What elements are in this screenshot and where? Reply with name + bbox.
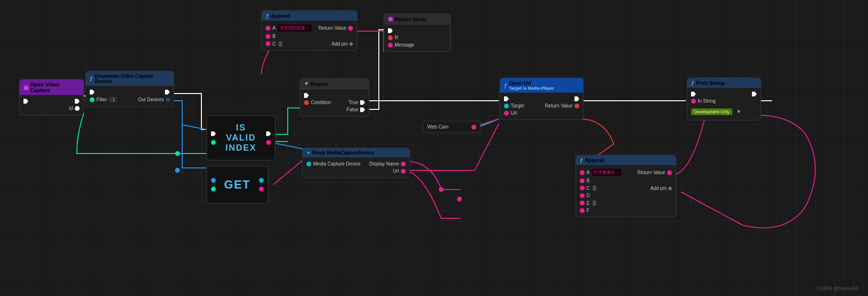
node-header: ƒ Append xyxy=(262,11,357,21)
print-string-node: ƒ Print String In String Development Onl… xyxy=(687,78,761,120)
svg-point-3 xyxy=(175,168,180,173)
in-string-pin xyxy=(691,99,696,104)
exec-out-pin xyxy=(575,96,579,101)
exec-out-pin xyxy=(75,99,80,104)
web-cam-node: Web Cam xyxy=(423,121,481,133)
open-url-node: ƒ Open Url Target is Media Player Target… xyxy=(500,78,584,120)
exec-in-pin xyxy=(90,90,94,95)
node-title: Return Node xyxy=(395,16,426,22)
true-pin xyxy=(360,100,365,105)
return-pin xyxy=(575,104,579,108)
id-label: Id xyxy=(69,106,73,111)
node-header: ▣ Return Node xyxy=(384,14,450,24)
index-in-pin xyxy=(211,140,216,145)
c-pin xyxy=(580,186,585,190)
device-pin xyxy=(306,162,311,166)
append-bottom-node: ƒ Append A 打开摄像头： Return Value B C [] xyxy=(575,155,676,217)
func-icon: ƒ xyxy=(504,83,507,88)
get-node: GET xyxy=(206,166,269,204)
exec-in-pin xyxy=(211,131,216,136)
node-header: ▣ Open Video Capture xyxy=(20,80,83,95)
exec-out-pin xyxy=(165,90,170,95)
e-pin xyxy=(580,201,585,205)
node-header: ƒ Open Url Target is Media Player xyxy=(500,78,583,93)
watermark: CSDN @foenix66 xyxy=(817,285,858,291)
node-label: IS VALIDINDEX xyxy=(216,119,266,157)
exec-out-pin xyxy=(752,92,757,96)
node-header: ƒ Print String xyxy=(687,78,761,88)
svg-point-5 xyxy=(457,197,462,201)
node-label: GET xyxy=(216,174,258,195)
open-video-capture-node: ▣ Open Video Capture Id xyxy=(19,79,84,115)
node-header: ✦ Break MediaCaptureDevice xyxy=(303,148,410,157)
item-out-pin xyxy=(259,178,264,183)
condition-pin xyxy=(304,100,309,105)
result-pin xyxy=(266,140,271,145)
svg-point-4 xyxy=(439,187,444,192)
url-pin xyxy=(504,111,509,116)
is-valid-index-node: IS VALIDINDEX xyxy=(206,115,276,161)
node-title: Append xyxy=(585,157,604,163)
branch-node: ✦ Branch Condition True False xyxy=(300,78,369,117)
node-title: Branch xyxy=(310,81,328,87)
node-title: Open Video Capture xyxy=(30,82,80,93)
exec-in-pin xyxy=(304,93,309,98)
exec-in-pin xyxy=(388,28,393,33)
message-pin xyxy=(388,43,393,47)
exec-out-pin xyxy=(266,131,271,136)
target-pin xyxy=(504,104,509,108)
node-title: Append xyxy=(270,13,290,19)
b-pin xyxy=(580,178,585,183)
r-pin xyxy=(388,36,393,40)
display-name-pin xyxy=(401,162,406,166)
func-icon: ƒ xyxy=(691,80,694,86)
url-pin xyxy=(401,169,406,174)
node-title: Enumerate Video Capture Devices xyxy=(94,73,170,84)
f-pin xyxy=(580,208,585,213)
return-node: ▣ Return Node R Message xyxy=(384,13,451,52)
array-in-pin xyxy=(211,178,216,183)
svg-point-2 xyxy=(175,151,180,156)
id-pin xyxy=(75,106,80,111)
a-pin xyxy=(580,170,585,175)
exec-in-pin xyxy=(23,99,28,104)
node-title: Print String xyxy=(696,80,725,86)
c-pin xyxy=(266,41,270,46)
filter-pin xyxy=(90,97,94,102)
index-in-pin xyxy=(211,187,216,191)
func-icon: ƒ xyxy=(90,76,93,82)
false-pin xyxy=(360,107,365,112)
append-top-node: ƒ Append A 没有找到设备！ Return Value B C [] xyxy=(261,11,357,51)
exec-in-pin xyxy=(504,96,509,101)
node-header: ƒ Append xyxy=(576,155,676,165)
return-pin xyxy=(348,26,353,31)
a-pin xyxy=(266,26,270,31)
valid-pin xyxy=(259,187,264,191)
return-pin xyxy=(667,170,672,175)
node-header: ƒ Enumerate Video Capture Devices xyxy=(86,71,174,86)
node-icon: ▣ xyxy=(23,84,28,91)
node-header: ✦ Branch xyxy=(300,79,369,89)
node-title: Break MediaCaptureDevice xyxy=(312,150,374,155)
webcam-pin xyxy=(471,125,476,130)
node-subtitle: Target is Media Player xyxy=(509,86,554,91)
func-icon: ƒ xyxy=(580,157,583,163)
b-pin xyxy=(266,34,270,39)
d-pin xyxy=(580,193,585,198)
func-icon: ƒ xyxy=(266,13,269,19)
exec-in-pin xyxy=(691,92,696,96)
break-media-node: ✦ Break MediaCaptureDevice Media Capture… xyxy=(302,148,410,178)
node-title: Open Url xyxy=(509,80,554,86)
enumerate-devices-node: ƒ Enumerate Video Capture Devices Filter… xyxy=(85,71,174,107)
